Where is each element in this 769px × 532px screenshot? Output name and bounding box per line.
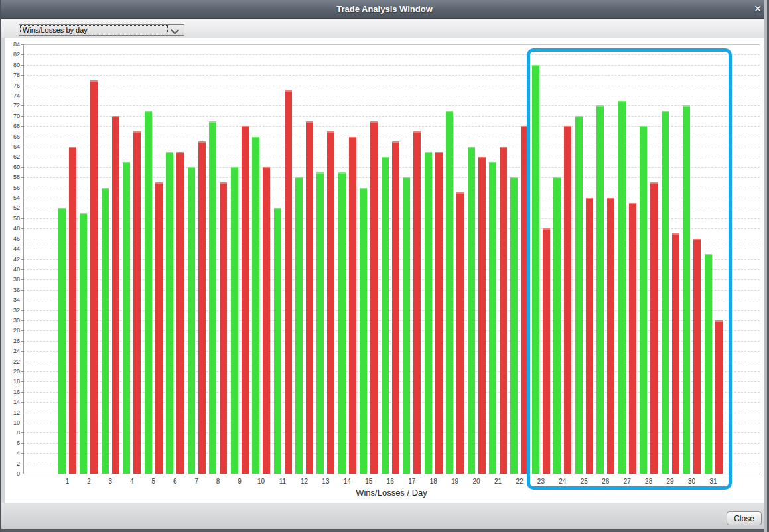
- x-axis-label: 18: [423, 478, 443, 485]
- y-axis-label: 52: [5, 205, 20, 211]
- y-axis-label: 14: [5, 399, 20, 405]
- y-axis-label: 54: [5, 195, 20, 201]
- wins-bar-day-13: [316, 172, 324, 474]
- close-button[interactable]: Close: [727, 511, 762, 525]
- y-axis-label: 22: [5, 359, 20, 365]
- plot-right-border: [760, 44, 760, 474]
- y-axis-label: 56: [5, 185, 20, 191]
- window-left-border: [0, 0, 1, 532]
- y-axis-label: 38: [5, 277, 20, 283]
- y-axis-label: 76: [5, 83, 20, 89]
- dropdown-focus-rect: [20, 25, 168, 34]
- losses-bar-day-9: [242, 126, 249, 474]
- y-axis-label: 20: [5, 369, 20, 375]
- plot-top-border: [23, 44, 760, 45]
- x-axis-label: 7: [186, 478, 206, 485]
- losses-bar-day-6: [176, 152, 184, 474]
- wins-bar-day-2: [80, 213, 87, 474]
- losses-bar-day-7: [198, 141, 206, 474]
- y-axis-label: 74: [5, 93, 20, 99]
- losses-bar-day-20: [478, 157, 486, 474]
- losses-bar-day-12: [306, 121, 313, 474]
- window-title: Trade Analysis Window: [0, 0, 769, 18]
- x-axis-label: 5: [143, 478, 163, 485]
- x-axis-label: 16: [380, 478, 400, 485]
- x-axis-label: 20: [466, 478, 486, 485]
- y-axis-label: 80: [5, 62, 20, 68]
- y-axis-label: 48: [5, 226, 20, 232]
- losses-bar-day-14: [349, 137, 356, 474]
- x-axis-label: 4: [122, 478, 142, 485]
- losses-bar-day-5: [155, 182, 163, 474]
- losses-bar-day-11: [285, 90, 292, 474]
- y-axis-label: 82: [5, 52, 20, 58]
- wins-bar-day-12: [295, 177, 303, 474]
- window-bottom-border: [0, 529, 769, 532]
- losses-bar-day-19: [456, 192, 464, 474]
- y-axis-label: 16: [5, 389, 20, 395]
- losses-bar-day-21: [500, 147, 507, 474]
- x-axis-label: 15: [359, 478, 379, 485]
- y-axis-label: 58: [5, 174, 20, 180]
- footer-bar: Close: [0, 503, 769, 529]
- y-axis-label: 68: [5, 123, 20, 129]
- y-axis-label: 24: [5, 348, 20, 354]
- x-axis-label: 2: [79, 478, 99, 485]
- y-axis-label: 36: [5, 287, 20, 293]
- y-axis-label: 60: [5, 165, 20, 170]
- x-axis-label: 13: [316, 478, 336, 485]
- x-axis-label: 14: [337, 478, 357, 485]
- chevron-down-icon: [171, 26, 179, 34]
- losses-bar-day-8: [220, 182, 227, 474]
- y-axis-label: 78: [5, 72, 20, 78]
- x-axis-label: 11: [273, 478, 293, 485]
- losses-bar-day-13: [327, 131, 334, 474]
- losses-bar-day-10: [263, 167, 270, 474]
- title-bar[interactable]: Trade Analysis Window ✕: [0, 0, 769, 19]
- wins-bar-day-8: [209, 121, 216, 474]
- chart-panel: 0246810121416182022242628303234363840424…: [5, 38, 764, 503]
- y-axis-label: 32: [5, 308, 20, 314]
- wins-bar-day-1: [58, 208, 66, 474]
- y-axis-line: [23, 44, 24, 474]
- y-axis-label: 44: [5, 246, 20, 252]
- wins-bar-day-11: [274, 208, 281, 474]
- wins-bar-day-3: [102, 188, 109, 474]
- y-axis-label: 8: [5, 430, 20, 436]
- toolbar: Wins/Losses by day: [0, 19, 769, 38]
- wins-bar-day-17: [403, 177, 410, 474]
- y-axis-label: 62: [5, 154, 20, 160]
- y-axis-label: 2: [5, 461, 20, 467]
- y-axis-label: 12: [5, 410, 20, 416]
- wins-bar-day-22: [510, 177, 518, 474]
- losses-bar-day-3: [112, 116, 119, 474]
- y-axis-label: 10: [5, 420, 20, 426]
- wins-bar-day-4: [123, 162, 130, 474]
- y-axis-label: 26: [5, 338, 20, 344]
- y-axis-label: 0: [5, 471, 20, 477]
- x-axis-label: 12: [294, 478, 314, 485]
- y-axis-label: 6: [5, 440, 20, 446]
- x-axis-title: Wins/Losses / Day: [23, 488, 760, 498]
- chart-type-dropdown[interactable]: Wins/Losses by day: [19, 24, 184, 36]
- wins-bar-day-10: [252, 137, 259, 474]
- y-axis-label: 30: [5, 318, 20, 324]
- x-axis-label: 1: [58, 478, 78, 485]
- wins-bar-day-19: [446, 111, 453, 474]
- wins-bar-day-5: [145, 111, 152, 474]
- y-axis-label: 18: [5, 379, 20, 385]
- wins-bar-day-16: [382, 157, 389, 474]
- y-axis-label: 50: [5, 216, 20, 222]
- y-axis-label: 46: [5, 236, 20, 242]
- y-axis-label: 4: [5, 450, 20, 456]
- wins-bar-day-20: [468, 147, 475, 474]
- y-axis-label: 70: [5, 113, 20, 119]
- highlight-box: [527, 48, 733, 490]
- wins-bar-day-7: [188, 167, 195, 474]
- x-axis-label: 10: [251, 478, 271, 485]
- trade-analysis-window: Trade Analysis Window ✕ Wins/Losses by d…: [0, 0, 769, 532]
- losses-bar-day-15: [370, 121, 378, 474]
- losses-bar-day-4: [133, 131, 141, 474]
- y-axis-label: 34: [5, 297, 20, 303]
- close-icon[interactable]: ✕: [754, 0, 762, 18]
